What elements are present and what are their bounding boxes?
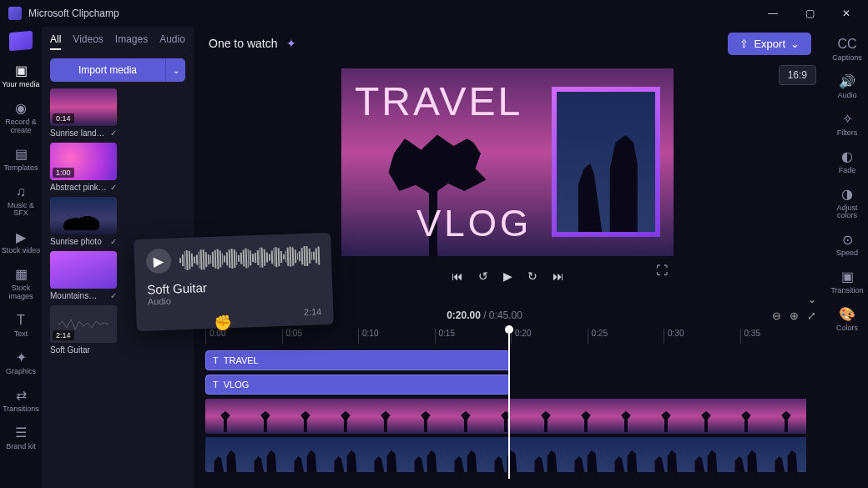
rail-music[interactable]: ♫Music & SFX	[0, 179, 42, 224]
duration-badge: 1:00	[53, 168, 74, 178]
preview-canvas[interactable]: TRAVEL VLOG	[341, 68, 674, 256]
rail-templates[interactable]: ▤Templates	[0, 142, 42, 178]
rail-colors[interactable]: 🎨Colors	[826, 302, 868, 338]
import-dropdown-icon[interactable]: ⌄	[165, 58, 185, 82]
export-button[interactable]: ⇧ Export ⌄	[728, 33, 811, 55]
media-thumbnail	[50, 251, 117, 289]
templates-icon: ▤	[13, 147, 28, 162]
tick: 0:35	[740, 329, 817, 344]
rail-label: Record & create	[0, 118, 42, 135]
text-clip-travel[interactable]: TTRAVEL	[205, 350, 510, 370]
import-media-button[interactable]: Import media ⌄	[50, 58, 185, 82]
clip-label: TRAVEL	[224, 355, 259, 365]
filters-icon: ✧	[840, 112, 855, 127]
media-item[interactable]: 0:14 Sunrise land…✓	[50, 88, 117, 138]
media-item[interactable]: Mountains…✓	[50, 251, 117, 300]
media-name: Sunrise land…	[50, 128, 105, 138]
rail-label: Captions	[832, 54, 862, 63]
document-title[interactable]: One to watch	[209, 37, 278, 50]
rail-captions[interactable]: CCCaptions	[826, 32, 868, 68]
rail-adjust[interactable]: ◑Adjust colors	[826, 182, 868, 226]
graphics-icon: ✦	[13, 350, 28, 365]
text-clip-icon: T	[213, 355, 219, 365]
media-item[interactable]: Sunrise photo✓	[50, 197, 117, 246]
zoom-out-button[interactable]: ⊖	[772, 309, 781, 322]
play-button[interactable]: ▶	[503, 269, 512, 283]
card-length: 2:14	[304, 306, 322, 317]
media-item[interactable]: 2:14 Soft Guitar	[50, 305, 117, 355]
tab-images[interactable]: Images	[115, 33, 148, 50]
check-icon: ✓	[110, 237, 117, 246]
rail-fade[interactable]: ◐Fade	[826, 144, 868, 180]
left-rail: ▣Your media ◉Record & create ▤Templates …	[0, 27, 42, 488]
sparkle-icon[interactable]: ✦	[286, 37, 296, 50]
rail-label: Stock video	[2, 247, 41, 255]
card-play-button[interactable]: ▶	[146, 249, 172, 274]
rail-your-media[interactable]: ▣Your media	[0, 58, 42, 94]
video-icon: ▶	[13, 229, 28, 244]
rail-transition[interactable]: ▣Transition	[826, 264, 868, 300]
check-icon: ✓	[110, 183, 117, 192]
rail-transitions[interactable]: ⇄Transitions	[0, 383, 42, 419]
tick: 0:05	[282, 329, 359, 344]
video-track-1[interactable]	[205, 399, 816, 434]
audio-drag-card[interactable]: ▶ Soft Guitar Audio 2:14	[134, 233, 334, 331]
app-icon	[8, 7, 22, 20]
playhead[interactable]	[508, 329, 510, 479]
rail-stock-images[interactable]: ▦Stock images	[0, 262, 42, 306]
media-thumbnail	[50, 197, 117, 234]
right-rail: CCCaptions 🔊Audio ✧Filters ◐Fade ◑Adjust…	[826, 27, 868, 488]
media-name: Mountains…	[50, 291, 97, 300]
grab-cursor-icon: ✊	[214, 314, 232, 332]
zoom-in-button[interactable]: ⊕	[790, 309, 799, 322]
maximize-button[interactable]: ▢	[791, 0, 828, 27]
tick: 0:25	[588, 329, 664, 344]
rail-label: Fade	[839, 167, 856, 175]
aspect-ratio-button[interactable]: 16:9	[779, 65, 816, 85]
toolbar: One to watch ✦ ⇧ Export ⌄	[194, 27, 826, 60]
fullscreen-button[interactable]: ⛶	[656, 264, 668, 277]
zoom-fit-button[interactable]: ⤢	[807, 309, 816, 322]
image-icon: ▦	[13, 267, 28, 282]
rail-text[interactable]: TText	[0, 308, 42, 344]
preview-inset	[552, 87, 660, 237]
next-button[interactable]: ⏭	[553, 269, 564, 283]
close-button[interactable]: ✕	[828, 0, 865, 27]
music-icon: ♫	[13, 184, 28, 199]
clapper-icon[interactable]	[9, 31, 33, 51]
rail-audio[interactable]: 🔊Audio	[826, 69, 868, 105]
collapse-button[interactable]: ⌄	[808, 294, 816, 305]
import-label: Import media	[50, 58, 165, 82]
rail-filters[interactable]: ✧Filters	[826, 107, 868, 143]
prev-button[interactable]: ⏮	[452, 269, 463, 283]
rail-label: Text	[14, 330, 28, 339]
transition-icon: ▣	[840, 269, 855, 284]
transitions-icon: ⇄	[13, 388, 28, 403]
media-item[interactable]: 1:00 Abstract pink…✓	[50, 143, 117, 192]
duration-badge: 0:14	[53, 113, 74, 123]
video-track-2[interactable]	[205, 437, 816, 472]
timeline-tracks[interactable]: TTRAVEL TVLOG	[205, 350, 816, 488]
tab-all[interactable]: All	[50, 33, 61, 50]
speed-icon: ⊙	[840, 232, 855, 247]
rail-brand-kit[interactable]: ☰Brand kit	[0, 420, 42, 456]
text-clip-icon: T	[213, 380, 219, 390]
rail-speed[interactable]: ⊙Speed	[826, 227, 868, 263]
minimize-button[interactable]: —	[754, 0, 791, 27]
text-clip-vlog[interactable]: TVLOG	[205, 375, 510, 395]
rail-record[interactable]: ◉Record & create	[0, 96, 42, 140]
media-thumbnail: 0:14	[50, 88, 117, 126]
preview-text-vlog: VLOG	[416, 203, 532, 244]
rail-graphics[interactable]: ✦Graphics	[0, 345, 42, 381]
adjust-icon: ◑	[840, 187, 855, 202]
tab-videos[interactable]: Videos	[73, 33, 103, 50]
rail-stock-video[interactable]: ▶Stock video	[0, 224, 42, 260]
tab-audio[interactable]: Audio	[159, 33, 185, 50]
rail-label: Speed	[836, 249, 858, 258]
speaker-icon: 🔊	[840, 74, 855, 89]
total-time: / 0:45.00	[481, 309, 522, 321]
rewind-button[interactable]: ↺	[478, 269, 488, 283]
forward-button[interactable]: ↻	[527, 269, 537, 283]
rail-label: Colors	[836, 324, 858, 333]
rail-label: Adjust colors	[826, 204, 868, 221]
